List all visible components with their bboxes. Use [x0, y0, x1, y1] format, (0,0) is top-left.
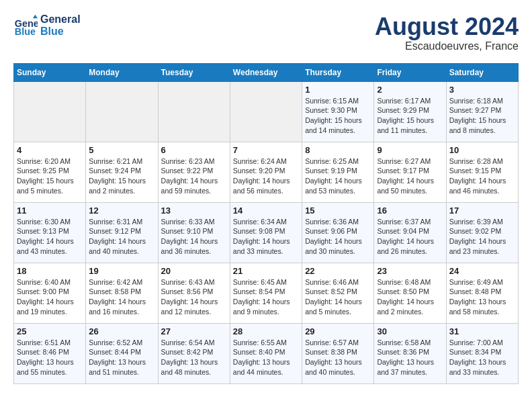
sunrise-text: Sunrise: 6:34 AM — [233, 218, 287, 226]
table-row: 2Sunrise: 6:17 AMSunset: 9:29 PMDaylight… — [374, 81, 446, 142]
sunset-text: Sunset: 9:27 PM — [449, 106, 502, 114]
day-number: 19 — [89, 266, 154, 276]
day-info: Sunrise: 6:39 AMSunset: 9:02 PMDaylight:… — [449, 217, 515, 257]
day-info: Sunrise: 6:18 AMSunset: 9:27 PMDaylight:… — [449, 96, 515, 136]
page-header: General Blue General Blue August 2024 Es… — [13, 13, 519, 52]
day-info: Sunrise: 6:57 AMSunset: 8:38 PMDaylight:… — [305, 338, 371, 377]
daylight-text: Daylight: 14 hours and 9 minutes. — [233, 298, 290, 316]
sunset-text: Sunset: 9:25 PM — [17, 167, 69, 175]
table-row: 18Sunrise: 6:40 AMSunset: 9:00 PMDayligh… — [14, 263, 86, 323]
daylight-text: Daylight: 14 hours and 23 minutes. — [449, 237, 506, 255]
day-info: Sunrise: 6:52 AMSunset: 8:44 PMDaylight:… — [89, 338, 154, 377]
daylight-text: Daylight: 15 hours and 14 minutes. — [305, 116, 362, 134]
sunrise-text: Sunrise: 6:40 AM — [17, 278, 71, 286]
sunrise-text: Sunrise: 6:36 AM — [305, 218, 359, 226]
sunrise-text: Sunrise: 6:43 AM — [161, 278, 215, 286]
daylight-text: Daylight: 13 hours and 48 minutes. — [161, 358, 218, 376]
day-info: Sunrise: 7:00 AMSunset: 8:34 PMDaylight:… — [449, 338, 515, 377]
logo-icon: General Blue — [13, 13, 38, 38]
svg-marker-2 — [33, 15, 38, 18]
day-info: Sunrise: 6:40 AMSunset: 9:00 PMDaylight:… — [17, 277, 83, 317]
day-info: Sunrise: 6:48 AMSunset: 8:50 PMDaylight:… — [377, 277, 443, 317]
sunrise-text: Sunrise: 6:25 AM — [305, 157, 359, 165]
day-info: Sunrise: 6:24 AMSunset: 9:20 PMDaylight:… — [233, 156, 299, 196]
day-info: Sunrise: 6:21 AMSunset: 9:24 PMDaylight:… — [89, 156, 154, 196]
calendar-table: Sunday Monday Tuesday Wednesday Thursday… — [13, 63, 519, 384]
sunset-text: Sunset: 8:42 PM — [161, 348, 214, 356]
svg-text:Blue: Blue — [15, 26, 36, 37]
day-number: 16 — [377, 205, 443, 216]
sunrise-text: Sunrise: 6:51 AM — [17, 338, 71, 347]
daylight-text: Daylight: 13 hours and 55 minutes. — [17, 358, 74, 376]
table-row — [230, 81, 302, 142]
sunrise-text: Sunrise: 6:15 AM — [305, 97, 359, 105]
daylight-text: Daylight: 13 hours and 44 minutes. — [233, 358, 290, 376]
table-row: 29Sunrise: 6:57 AMSunset: 8:38 PMDayligh… — [302, 323, 374, 383]
day-number: 8 — [305, 145, 371, 155]
table-row — [86, 81, 158, 142]
sunset-text: Sunset: 9:02 PM — [449, 227, 502, 235]
sunset-text: Sunset: 9:15 PM — [449, 167, 502, 175]
table-row: 31Sunrise: 7:00 AMSunset: 8:34 PMDayligh… — [446, 323, 518, 383]
calendar-header: Sunday Monday Tuesday Wednesday Thursday… — [14, 63, 519, 81]
table-row: 1Sunrise: 6:15 AMSunset: 9:30 PMDaylight… — [302, 81, 374, 142]
day-number: 29 — [305, 326, 371, 336]
day-info: Sunrise: 6:46 AMSunset: 8:52 PMDaylight:… — [305, 277, 371, 317]
daylight-text: Daylight: 14 hours and 12 minutes. — [161, 298, 218, 316]
daylight-text: Daylight: 13 hours and 40 minutes. — [305, 358, 362, 376]
table-row: 25Sunrise: 6:51 AMSunset: 8:46 PMDayligh… — [14, 323, 86, 383]
sunset-text: Sunset: 8:54 PM — [233, 287, 285, 295]
header-friday: Friday — [374, 63, 446, 81]
daylight-text: Daylight: 14 hours and 30 minutes. — [305, 237, 362, 255]
sunset-text: Sunset: 9:20 PM — [233, 167, 285, 175]
sunrise-text: Sunrise: 6:24 AM — [233, 157, 287, 165]
table-row: 14Sunrise: 6:34 AMSunset: 9:08 PMDayligh… — [230, 202, 302, 263]
day-info: Sunrise: 6:28 AMSunset: 9:15 PMDaylight:… — [449, 156, 515, 196]
daylight-text: Daylight: 15 hours and 8 minutes. — [449, 116, 506, 134]
daylight-text: Daylight: 14 hours and 59 minutes. — [161, 177, 218, 195]
sunset-text: Sunset: 8:56 PM — [161, 287, 214, 295]
header-tuesday: Tuesday — [158, 63, 230, 81]
day-info: Sunrise: 6:17 AMSunset: 9:29 PMDaylight:… — [377, 96, 443, 136]
daylight-text: Daylight: 15 hours and 11 minutes. — [377, 116, 434, 134]
header-saturday: Saturday — [446, 63, 518, 81]
daylight-text: Daylight: 14 hours and 26 minutes. — [377, 237, 434, 255]
sunrise-text: Sunrise: 6:23 AM — [161, 157, 215, 165]
day-number: 2 — [377, 85, 443, 95]
day-number: 17 — [449, 205, 515, 216]
daylight-text: Daylight: 14 hours and 43 minutes. — [17, 237, 74, 255]
daylight-text: Daylight: 14 hours and 40 minutes. — [89, 237, 146, 255]
daylight-text: Daylight: 14 hours and 50 minutes. — [377, 177, 434, 195]
sunrise-text: Sunrise: 6:27 AM — [377, 157, 431, 165]
sunset-text: Sunset: 8:44 PM — [89, 348, 141, 356]
day-number: 24 — [449, 266, 515, 276]
daylight-text: Daylight: 13 hours and 33 minutes. — [449, 358, 506, 376]
sunrise-text: Sunrise: 7:00 AM — [449, 338, 503, 347]
sunrise-text: Sunrise: 6:58 AM — [377, 338, 431, 347]
table-row: 11Sunrise: 6:30 AMSunset: 9:13 PMDayligh… — [14, 202, 86, 263]
day-number: 26 — [89, 326, 154, 336]
calendar-body: 1Sunrise: 6:15 AMSunset: 9:30 PMDaylight… — [14, 81, 519, 383]
logo-general: General — [40, 13, 81, 26]
day-number: 31 — [449, 326, 515, 336]
sunrise-text: Sunrise: 6:18 AM — [449, 97, 503, 105]
sunrise-text: Sunrise: 6:33 AM — [161, 218, 215, 226]
daylight-text: Daylight: 13 hours and 58 minutes. — [449, 298, 506, 316]
day-info: Sunrise: 6:20 AMSunset: 9:25 PMDaylight:… — [17, 156, 83, 196]
table-row: 24Sunrise: 6:49 AMSunset: 8:48 PMDayligh… — [446, 263, 518, 323]
day-number: 27 — [161, 326, 227, 336]
day-number: 23 — [377, 266, 443, 276]
day-info: Sunrise: 6:25 AMSunset: 9:19 PMDaylight:… — [305, 156, 371, 196]
day-number: 6 — [161, 145, 227, 155]
day-info: Sunrise: 6:55 AMSunset: 8:40 PMDaylight:… — [233, 338, 299, 377]
sunset-text: Sunset: 9:22 PM — [161, 167, 214, 175]
sunrise-text: Sunrise: 6:31 AM — [89, 218, 142, 226]
day-info: Sunrise: 6:34 AMSunset: 9:08 PMDaylight:… — [233, 217, 299, 257]
sunset-text: Sunset: 9:00 PM — [17, 287, 69, 295]
day-info: Sunrise: 6:36 AMSunset: 9:06 PMDaylight:… — [305, 217, 371, 257]
header-thursday: Thursday — [302, 63, 374, 81]
sunset-text: Sunset: 9:30 PM — [305, 106, 357, 114]
sunset-text: Sunset: 9:06 PM — [305, 227, 357, 235]
sunrise-text: Sunrise: 6:17 AM — [377, 97, 431, 105]
sunset-text: Sunset: 9:10 PM — [161, 227, 214, 235]
